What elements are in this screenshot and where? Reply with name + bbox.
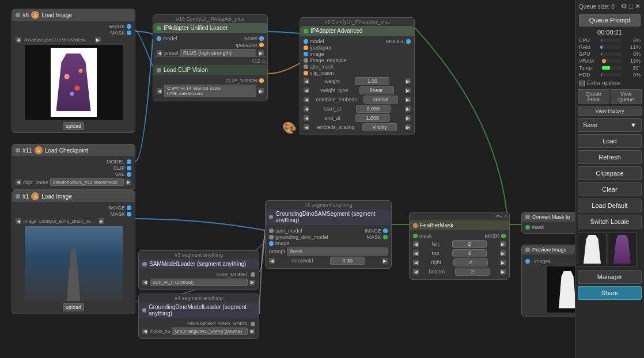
dot-sam [142,262,147,266]
node-load-image-2-id: #1 [22,193,29,200]
embeds-inc[interactable]: ▶ [405,124,411,130]
feather-header: FeatherMask [410,220,509,230]
stat-gpu: GPU 0% [575,51,644,58]
ckpt-next-btn[interactable]: ▶ [126,180,131,185]
stat-hdd-val: 0% [633,72,641,78]
ipadapter-loader-header: IPAdapter Unified Loader [153,23,267,33]
conn-image-gd-out [383,228,388,233]
grounding-dino-header: GroundingDinoSAMSegment (segment anythin… [266,209,391,225]
queue-prompt-btn[interactable]: Queue Prompt [579,14,641,26]
bottom-inc[interactable]: ▶ [500,269,506,275]
embeds-dec[interactable]: ◀ [304,124,309,130]
end-dec[interactable]: ◀ [304,115,309,121]
clear-btn[interactable]: Clear [578,182,642,196]
node-badge-ckpt: ⚠ [35,146,43,154]
view-history-btn[interactable]: View History [578,106,642,116]
view-queue-btn[interactable]: View Queue [611,89,642,104]
load-btn[interactable]: Load [578,134,642,148]
conn-clip-ckpt [127,166,131,170]
upload-btn-2[interactable]: upload [63,303,84,311]
upload-btn[interactable]: upload [63,122,84,130]
wtype-dec[interactable]: ◀ [304,87,309,93]
stat-ram: RAM 11% [575,44,644,51]
clip-prev[interactable]: ◀ [157,88,162,94]
extra-options-label: Extra options [587,80,620,86]
comb-inc[interactable]: ▶ [405,97,411,102]
node-clip-vision: #12 ⚠ Load CLIP Vision CLIP_VISION ◀ C:\… [153,56,268,101]
conn-gd-loader-out [251,322,255,326]
dress-preview [25,45,123,120]
node-sam-loader: #3 segment anything SAMModelLoader (segm… [138,250,259,290]
right-dec[interactable]: ◀ [413,260,419,265]
gd-loader-title: GroundingDinoModelLoader (segment anythi… [149,304,255,317]
next-img-btn[interactable]: ▶ [95,37,101,43]
clip-next[interactable]: ▶ [258,88,264,94]
wtype-inc[interactable]: ▶ [405,87,411,93]
prev-img-btn-2[interactable]: ◀ [16,218,21,224]
left-dec[interactable]: ◀ [413,241,419,247]
start-value: 0.000 [356,105,391,113]
queue-front-btn[interactable]: Queue Front [578,89,609,104]
stat-cpu-bar [601,39,622,42]
top-dec[interactable]: ◀ [413,250,419,256]
top-inc[interactable]: ▶ [500,250,506,256]
prev-img-btn[interactable]: ◀ [16,37,21,43]
clip-header: Load CLIP Vision [153,65,267,75]
start-dec[interactable]: ◀ [304,106,309,112]
view-buttons-row: Queue Front View Queue [575,88,644,105]
node-ipadapter-advanced: #9 ComfyUI_IPAdapter_plus IPAdapter Adva… [300,17,415,135]
weight-dec[interactable]: ◀ [304,78,309,84]
weight-inc[interactable]: ▶ [405,78,411,84]
gd-next[interactable]: ▶ [249,329,255,334]
ckpt-name-row: ◀ ckpt_name albedobaseXL_v13.safetensors… [16,178,131,186]
manager-btn[interactable]: Manager [578,270,642,284]
bottom-value: 2 [455,268,490,276]
extra-options-checkbox[interactable] [579,81,585,86]
comb-dec[interactable]: ◀ [304,97,309,102]
thresh-dec[interactable]: ◀ [269,258,275,264]
dot-grounding-dino [269,215,273,219]
close-queue-icon[interactable]: ✕ [635,2,641,10]
stat-vram-fill [602,59,606,63]
stat-hdd-bar [601,73,622,77]
preset-prev[interactable]: ◀ [157,50,162,56]
stat-ram-val: 11% [630,44,641,50]
save-btn[interactable]: Save ▼ [578,118,642,132]
node-feather-mask: #5 ⚠ FeatherMask mask MASK ◀ left 2 ▶ ◀ … [409,212,510,280]
next-img-btn-2[interactable]: ▶ [99,218,104,224]
switch-locale-btn[interactable]: Switch Locale [578,215,642,228]
dress-flowers [56,54,91,111]
right-inc[interactable]: ▶ [500,260,506,265]
stat-gpu-bar [601,52,622,56]
refresh-btn[interactable]: Refresh [578,150,642,164]
conn-image-gd-in [269,241,274,246]
dot-ipadapter-loader [157,26,161,31]
end-value: 1.000 [355,114,390,122]
canvas-area[interactable]: #8 ⚠ Load Image IMAGE MASK ◀ 7b9af9ec1j5… [0,0,575,358]
stat-vram-val: 19% [630,58,641,64]
settings-icon[interactable]: ⚙ [621,2,627,10]
preset-next[interactable]: ▶ [258,50,264,56]
thumb-2 [608,232,637,266]
conn-images-in [525,259,530,264]
clipspace-btn[interactable]: Clipspace [578,166,642,180]
upload-btn-row: upload [16,122,131,130]
thresh-inc[interactable]: ▶ [382,258,388,264]
end-inc[interactable]: ▶ [405,115,411,121]
sam-next[interactable]: ▶ [249,280,255,285]
filename-text: 7b9af9ec1j5c17185f7163d0d4b02ea6 - Copy.… [24,37,93,43]
bottom-dec[interactable]: ◀ [413,269,419,275]
sam-prev[interactable]: ◀ [142,280,148,285]
ckpt-prev-btn[interactable]: ◀ [16,180,21,185]
filename-2: ComfyUI_temp_cfnuo_00011_.png [39,219,96,224]
share-btn[interactable]: Share [578,286,642,300]
ipadapter-parent-label: #10 ComfyUI_IPAdapter_plus [153,15,267,23]
start-inc[interactable]: ▶ [405,106,411,112]
expand-icon[interactable]: □ [629,2,633,10]
node-ckpt-id: #11 [22,147,32,154]
gd-prev[interactable]: ◀ [142,329,148,334]
node-convert-mask: Convert Mask to mask [521,212,575,234]
left-inc[interactable]: ▶ [500,241,506,247]
load-default-btn[interactable]: Load Default [578,199,642,212]
extra-options-row: Extra options [575,78,644,88]
